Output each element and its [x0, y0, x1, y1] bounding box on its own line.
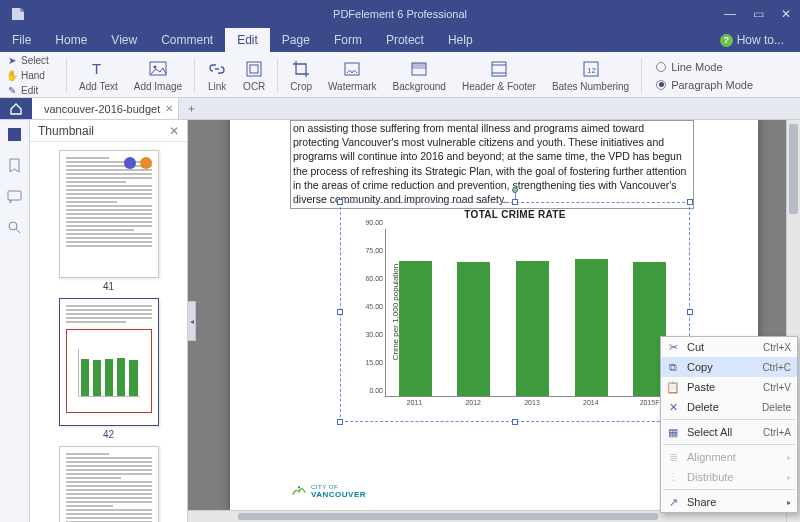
selectall-icon: ▦	[665, 424, 681, 440]
svg-rect-7	[412, 63, 426, 69]
new-tab-button[interactable]: ＋	[179, 98, 203, 119]
resize-handle[interactable]	[687, 309, 693, 315]
copy-icon: ⧉	[665, 359, 681, 375]
menu-home[interactable]: Home	[43, 28, 99, 52]
context-menu-label: Copy	[687, 361, 756, 373]
line-mode-radio[interactable]: Line Mode	[656, 61, 753, 73]
tool-edit[interactable]: ✎Edit	[6, 83, 62, 97]
close-tab-icon[interactable]: ✕	[165, 103, 173, 114]
thumbnail-panel: Thumbnail ✕ 41 42	[30, 120, 188, 522]
home-tab[interactable]	[0, 98, 32, 119]
svg-point-15	[9, 222, 17, 230]
context-menu-item[interactable]: ▦Select AllCtrl+A	[661, 422, 797, 442]
bates-icon: 12	[581, 59, 601, 79]
chart-y-tick: 90.00	[365, 219, 383, 226]
paragraph-mode-radio[interactable]: Paragraph Mode	[656, 79, 753, 91]
chart-y-tick: 30.00	[365, 331, 383, 338]
context-menu-shortcut: Delete	[762, 402, 791, 413]
context-menu-label: Paste	[687, 381, 757, 393]
scroll-thumb[interactable]	[789, 124, 798, 214]
thumbnail-page[interactable]: 41	[59, 150, 159, 292]
context-menu-shortcut: Ctrl+C	[762, 362, 791, 373]
menu-form[interactable]: Form	[322, 28, 374, 52]
maximize-button[interactable]: ▭	[744, 3, 772, 25]
page-body-text[interactable]: on assisting those suffering from mental…	[290, 120, 694, 209]
scroll-thumb[interactable]	[238, 513, 658, 520]
thumbnail-page-number: 41	[103, 281, 114, 292]
context-menu-item[interactable]: ⧉CopyCtrl+C	[661, 357, 797, 377]
watermark-button[interactable]: Watermark	[320, 54, 385, 97]
pencil-icon: ✎	[6, 84, 18, 96]
context-menu-item[interactable]: ✕DeleteDelete	[661, 397, 797, 417]
minimize-button[interactable]: —	[716, 3, 744, 25]
add-image-button[interactable]: Add Image	[126, 54, 190, 97]
document-tab-label: vancouver-2016-budget	[44, 103, 160, 115]
comments-tool[interactable]	[5, 186, 25, 206]
tool-select[interactable]: ➤Select	[6, 54, 62, 68]
chart-y-tick: 60.00	[365, 275, 383, 282]
svg-point-2	[153, 66, 156, 69]
thumbnail-page[interactable]: 43	[59, 446, 159, 522]
link-button[interactable]: Link	[199, 54, 235, 97]
rotate-handle-icon[interactable]	[512, 187, 518, 193]
context-menu-label: Alignment	[687, 451, 781, 463]
main-area: Thumbnail ✕ 41 42	[0, 120, 800, 522]
context-menu-item[interactable]: 📋PasteCtrl+V	[661, 377, 797, 397]
add-text-button[interactable]: TAdd Text	[71, 54, 126, 97]
menu-protect[interactable]: Protect	[374, 28, 436, 52]
help-icon: ?	[720, 34, 733, 47]
delete-icon: ✕	[665, 399, 681, 415]
menu-help[interactable]: Help	[436, 28, 485, 52]
menu-edit[interactable]: Edit	[225, 28, 270, 52]
align-icon: ≣	[665, 449, 681, 465]
submenu-arrow-icon: ▸	[787, 453, 791, 462]
share-icon: ↗	[665, 494, 681, 510]
home-icon	[9, 102, 23, 116]
context-menu-item[interactable]: ✂CutCtrl+X	[661, 337, 797, 357]
chart-plot-area	[385, 229, 679, 397]
resize-handle[interactable]	[512, 199, 518, 205]
thumbnail-title: Thumbnail	[38, 124, 94, 138]
thumbnails-tool[interactable]	[5, 124, 25, 144]
resize-handle[interactable]	[337, 199, 343, 205]
document-tab[interactable]: vancouver-2016-budget ✕	[32, 98, 179, 119]
bates-numbering-button[interactable]: 12Bates Numbering	[544, 54, 637, 97]
thumbnail-page[interactable]: 42	[59, 298, 159, 440]
search-tool[interactable]	[5, 217, 25, 237]
resize-handle[interactable]	[512, 419, 518, 425]
document-viewport[interactable]: ◂ on assisting those suffering from ment…	[188, 120, 800, 522]
resize-handle[interactable]	[337, 309, 343, 315]
distribute-icon: ⋮	[665, 469, 681, 485]
menu-file[interactable]: File	[0, 28, 43, 52]
radio-icon	[656, 80, 666, 90]
close-panel-icon[interactable]: ✕	[169, 124, 179, 138]
selected-chart-object[interactable]: TOTAL CRIME RATE Crime per 1,000 populat…	[340, 202, 690, 422]
context-menu-item: ≣Alignment▸	[661, 447, 797, 467]
ocr-button[interactable]: OCR	[235, 54, 273, 97]
bookmarks-tool[interactable]	[5, 155, 25, 175]
cut-icon: ✂	[665, 339, 681, 355]
resize-handle[interactable]	[687, 199, 693, 205]
menu-comment[interactable]: Comment	[149, 28, 225, 52]
svg-rect-4	[250, 65, 258, 73]
resize-handle[interactable]	[337, 419, 343, 425]
tool-hand[interactable]: ✋Hand	[6, 69, 62, 83]
watermark-icon	[342, 59, 362, 79]
header-footer-button[interactable]: Header & Footer	[454, 54, 544, 97]
cursor-icon: ➤	[6, 55, 18, 67]
collapse-panel-handle[interactable]: ◂	[188, 301, 196, 341]
svg-rect-3	[247, 62, 261, 76]
menu-view[interactable]: View	[99, 28, 149, 52]
close-button[interactable]: ✕	[772, 3, 800, 25]
chart-y-tick: 45.00	[365, 303, 383, 310]
context-menu-item[interactable]: ↗Share▸	[661, 492, 797, 512]
menu-page[interactable]: Page	[270, 28, 322, 52]
submenu-arrow-icon: ▸	[787, 498, 791, 507]
chart-x-tick: 2011	[407, 399, 423, 406]
chart-x-tick: 2014	[583, 399, 599, 406]
background-button[interactable]: Background	[385, 54, 454, 97]
crop-button[interactable]: Crop	[282, 54, 320, 97]
svg-rect-14	[8, 191, 21, 200]
how-to-link[interactable]: ? How to...	[710, 28, 800, 52]
context-menu-shortcut: Ctrl+V	[763, 382, 791, 393]
